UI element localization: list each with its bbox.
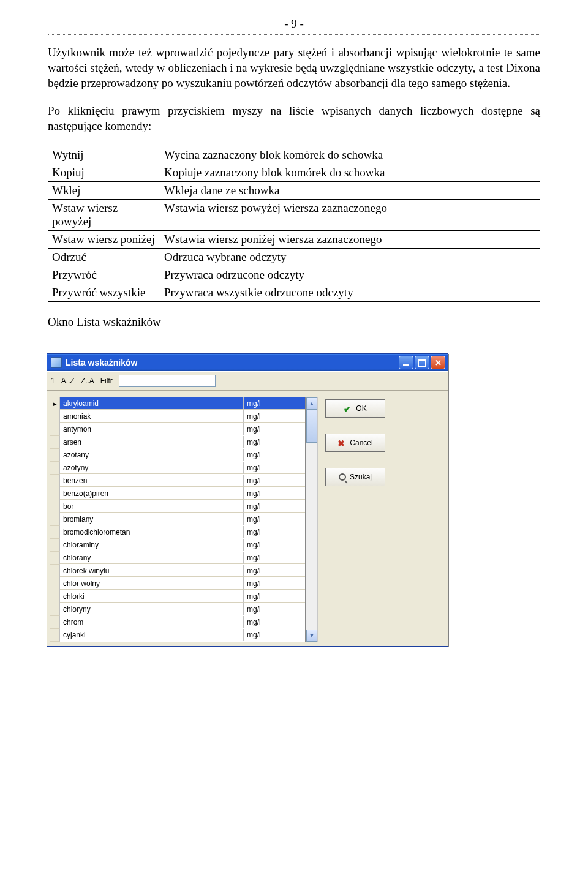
grid-row[interactable]: bormg/l (50, 500, 305, 513)
grid-row[interactable]: arsenmg/l (50, 436, 305, 449)
grid-cell-name: benzo(a)piren (60, 487, 244, 500)
table-row: OdrzućOdrzuca wybrane odczyty (48, 249, 540, 266)
grid-row[interactable]: cyjankimg/l (50, 629, 305, 642)
grid-row[interactable]: benzo(a)pirenmg/l (50, 487, 305, 500)
grid-row[interactable]: antymonmg/l (50, 423, 305, 436)
commands-table: WytnijWycina zaznaczony blok komórek do … (48, 146, 540, 302)
grid-cell-unit: mg/l (244, 629, 305, 641)
x-icon: ✖ (337, 438, 346, 447)
grid-cell-name: bor (60, 500, 244, 513)
scroll-thumb[interactable] (306, 410, 317, 443)
command-desc: Wstawia wiersz poniżej wiersza zaznaczon… (160, 231, 540, 249)
row-marker (50, 552, 60, 565)
grid-cell-name: chlorany (60, 552, 244, 564)
grid-row[interactable]: bromodichlorometanmg/l (50, 526, 305, 539)
page-number: - 9 - (48, 17, 540, 31)
grid-cell-name: chrom (60, 616, 244, 628)
grid-cell-name: chlorek winylu (60, 565, 244, 577)
grid-cell-unit: mg/l (244, 423, 305, 435)
table-row: Wstaw wiersz powyżejWstawia wiersz powyż… (48, 200, 540, 231)
command-name: Wytnij (48, 146, 160, 164)
grid-row[interactable]: chlorynymg/l (50, 603, 305, 616)
command-name: Odrzuć (48, 249, 160, 266)
row-marker (50, 565, 60, 577)
grid-cell-unit: mg/l (244, 410, 305, 423)
titlebar[interactable]: Lista wskaźników ✕ (47, 354, 448, 371)
grid-cell-name: amoniak (60, 410, 244, 423)
cancel-button[interactable]: ✖ Cancel (325, 434, 385, 452)
command-desc: Przywraca wszystkie odrzucone odczyty (160, 284, 540, 302)
grid-cell-name: bromiany (60, 513, 244, 525)
close-button[interactable]: ✕ (431, 356, 445, 369)
grid-row[interactable]: chlor wolnymg/l (50, 577, 305, 590)
grid-row[interactable]: azotynymg/l (50, 462, 305, 475)
grid-cell-unit: mg/l (244, 513, 305, 525)
grid-cell-unit: mg/l (244, 590, 305, 603)
command-name: Wklej (48, 182, 160, 200)
grid-cell-name: chloryny (60, 603, 244, 615)
grid-cell-name: antymon (60, 423, 244, 435)
grid-row[interactable]: benzenmg/l (50, 475, 305, 487)
grid-row[interactable]: chlorkimg/l (50, 590, 305, 603)
app-icon (51, 357, 62, 368)
grid-row[interactable]: azotanymg/l (50, 449, 305, 462)
command-name: Przywróć wszystkie (48, 284, 160, 302)
command-desc: Wkleja dane ze schowka (160, 182, 540, 200)
window-title: Lista wskaźników (66, 358, 398, 367)
minimize-button[interactable] (399, 356, 413, 369)
sort-asc-button[interactable]: A..Z (61, 377, 75, 385)
scroll-down-button[interactable]: ▼ (306, 630, 317, 642)
scroll-up-button[interactable]: ▲ (306, 397, 317, 410)
grid-cell-unit: mg/l (244, 526, 305, 538)
grid-row[interactable]: chlorek winylumg/l (50, 565, 305, 577)
grid-cell-unit: mg/l (244, 500, 305, 513)
table-row: WklejWkleja dane ze schowka (48, 182, 540, 200)
grid-cell-unit: mg/l (244, 436, 305, 448)
section-heading: Okno Lista wskaźników (48, 315, 540, 329)
grid-row[interactable]: ▸akryloamidmg/l (50, 397, 305, 410)
grid-row[interactable]: chloraminymg/l (50, 539, 305, 552)
row-marker (50, 603, 60, 616)
maximize-button[interactable] (415, 356, 429, 369)
row-marker (50, 436, 60, 449)
data-grid[interactable]: ▸akryloamidmg/lamoniakmg/lantymonmg/lars… (50, 397, 306, 642)
grid-row[interactable]: chrommg/l (50, 616, 305, 629)
vertical-scrollbar[interactable]: ▲ ▼ (306, 397, 318, 642)
grid-cell-unit: mg/l (244, 616, 305, 628)
search-button[interactable]: Szukaj (325, 468, 385, 486)
row-marker (50, 462, 60, 475)
grid-cell-name: chlorki (60, 590, 244, 603)
grid-row[interactable]: chloranymg/l (50, 552, 305, 565)
row-marker (50, 423, 60, 436)
search-button-label: Szukaj (350, 473, 372, 481)
row-marker (50, 526, 60, 539)
row-marker (50, 577, 60, 590)
toolbar-one[interactable]: 1 (51, 377, 55, 385)
grid-cell-name: bromodichlorometan (60, 526, 244, 538)
grid-cell-unit: mg/l (244, 603, 305, 615)
ok-button-label: OK (356, 404, 366, 413)
row-marker (50, 449, 60, 462)
command-desc: Wycina zaznaczony blok komórek do schowk… (160, 146, 540, 164)
search-icon (339, 473, 346, 481)
page-divider (48, 34, 540, 35)
filter-label: Filtr (100, 377, 113, 385)
table-row: WytnijWycina zaznaczony blok komórek do … (48, 146, 540, 164)
ok-button[interactable]: ✔ OK (325, 399, 385, 418)
grid-cell-name: chlor wolny (60, 577, 244, 590)
row-marker: ▸ (50, 397, 60, 410)
grid-row[interactable]: amoniakmg/l (50, 410, 305, 423)
command-name: Kopiuj (48, 164, 160, 182)
filter-input[interactable] (119, 375, 216, 387)
grid-cell-name: azotyny (60, 462, 244, 474)
scroll-track[interactable] (306, 443, 317, 630)
grid-cell-unit: mg/l (244, 565, 305, 577)
row-marker (50, 487, 60, 500)
table-row: KopiujKopiuje zaznaczony blok komórek do… (48, 164, 540, 182)
grid-row[interactable]: bromianymg/l (50, 513, 305, 526)
grid-cell-unit: mg/l (244, 462, 305, 474)
row-marker (50, 590, 60, 603)
grid-cell-name: arsen (60, 436, 244, 448)
sort-desc-button[interactable]: Z..A (81, 377, 94, 385)
table-row: PrzywróćPrzywraca odrzucone odczyty (48, 266, 540, 284)
